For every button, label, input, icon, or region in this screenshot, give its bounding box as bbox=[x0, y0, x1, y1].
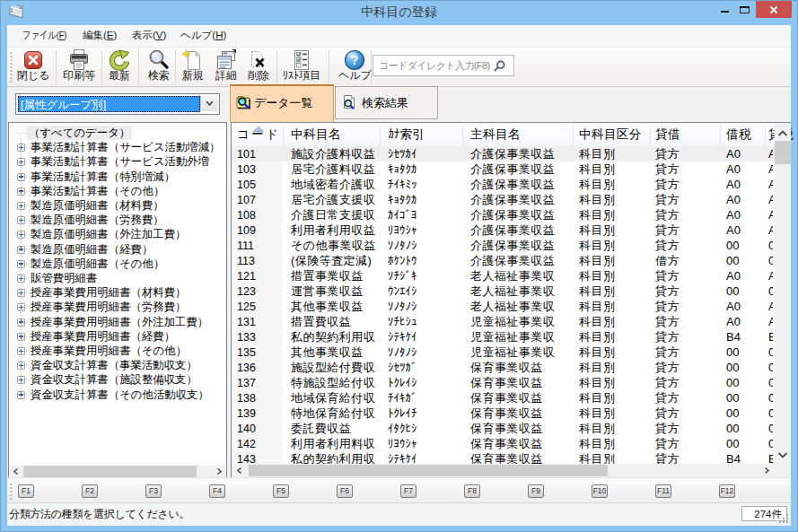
svg-text:?: ? bbox=[350, 53, 358, 67]
